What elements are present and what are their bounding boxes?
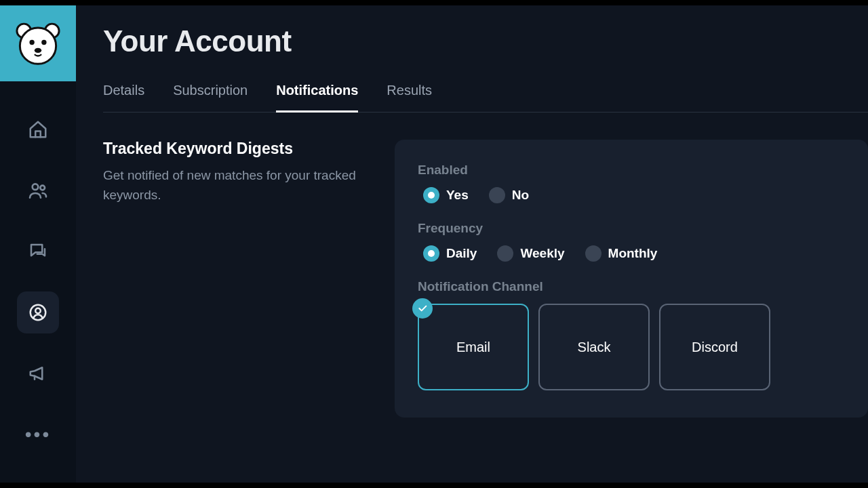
channel-options: Email Slack Discord <box>418 304 845 390</box>
settings-section: Tracked Keyword Digests Get notified of … <box>103 140 868 418</box>
svg-point-3 <box>29 40 34 45</box>
home-icon <box>28 119 48 140</box>
tab-notifications[interactable]: Notifications <box>276 83 358 113</box>
logo[interactable] <box>0 5 76 81</box>
svg-point-5 <box>35 48 41 53</box>
bear-icon <box>13 18 63 68</box>
radio-label: Yes <box>446 188 469 203</box>
tab-subscription[interactable]: Subscription <box>173 83 248 112</box>
section-title: Tracked Keyword Digests <box>103 140 374 158</box>
radio-dot-icon <box>497 245 513 262</box>
page-title: Your Account <box>103 24 868 58</box>
sidebar-item-chat[interactable] <box>17 230 59 272</box>
tab-details[interactable]: Details <box>103 83 144 112</box>
channel-label: Notification Channel <box>418 279 845 294</box>
svg-point-2 <box>20 28 56 64</box>
enabled-no-radio[interactable]: No <box>489 187 529 203</box>
frequency-weekly-radio[interactable]: Weekly <box>497 245 564 262</box>
nav-list: ••• <box>17 108 59 455</box>
enabled-options: Yes No <box>423 187 845 203</box>
frequency-label: Frequency <box>418 221 845 236</box>
tabs: Details Subscription Notifications Resul… <box>103 83 868 113</box>
svg-point-9 <box>35 308 41 314</box>
sidebar-item-announcements[interactable] <box>17 352 59 394</box>
svg-point-6 <box>33 184 39 190</box>
svg-point-7 <box>40 186 45 190</box>
channel-slack[interactable]: Slack <box>538 304 650 390</box>
tab-results[interactable]: Results <box>387 83 432 112</box>
svg-point-4 <box>41 40 46 45</box>
radio-dot-icon <box>585 245 601 262</box>
sidebar-item-home[interactable] <box>17 108 59 150</box>
settings-card: Enabled Yes No Frequency Daily <box>395 140 868 418</box>
channel-email[interactable]: Email <box>418 304 529 390</box>
enabled-yes-radio[interactable]: Yes <box>423 187 469 203</box>
main: Your Account Details Subscription Notifi… <box>76 5 868 483</box>
radio-label: No <box>512 188 529 203</box>
frequency-daily-radio[interactable]: Daily <box>423 245 477 262</box>
radio-dot-icon <box>423 187 439 203</box>
check-icon <box>412 298 433 319</box>
more-icon: ••• <box>25 424 51 445</box>
sidebar-item-community[interactable] <box>17 169 59 211</box>
radio-label: Daily <box>446 246 477 261</box>
radio-dot-icon <box>489 187 505 203</box>
section-description: Get notified of new matches for your tra… <box>103 166 374 205</box>
sidebar-item-more[interactable]: ••• <box>17 413 59 455</box>
account-icon <box>28 302 48 323</box>
channel-discord[interactable]: Discord <box>659 304 770 390</box>
channel-label-text: Discord <box>692 340 738 355</box>
radio-label: Weekly <box>520 246 564 261</box>
people-icon <box>27 180 49 201</box>
channel-label-text: Slack <box>578 340 611 355</box>
chat-icon <box>28 241 48 262</box>
frequency-monthly-radio[interactable]: Monthly <box>585 245 658 262</box>
megaphone-icon <box>28 363 48 384</box>
section-info: Tracked Keyword Digests Get notified of … <box>103 140 374 205</box>
radio-label: Monthly <box>608 246 658 261</box>
sidebar-item-account[interactable] <box>17 291 59 333</box>
enabled-label: Enabled <box>418 163 845 178</box>
radio-dot-icon <box>423 245 439 262</box>
channel-label-text: Email <box>456 340 490 355</box>
frequency-options: Daily Weekly Monthly <box>423 245 845 262</box>
sidebar: ••• <box>0 5 76 483</box>
